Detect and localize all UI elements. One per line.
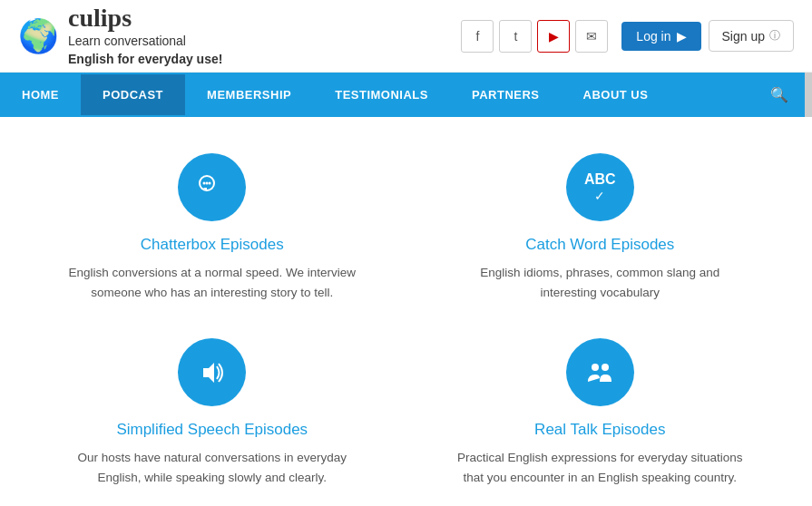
main-nav: HOME PODCAST MEMBERSHIP TESTIMONIALS PAR… bbox=[0, 73, 812, 117]
signup-button[interactable]: Sign up ⓘ bbox=[709, 20, 794, 52]
logo-area: 🌍 culips Learn conversational English fo… bbox=[18, 4, 222, 68]
nav-about-us[interactable]: ABOUT US bbox=[562, 74, 670, 115]
youtube-button[interactable]: ▶ bbox=[537, 20, 570, 53]
catchword-title: Catch Word Episodes bbox=[525, 236, 674, 254]
nav-partners[interactable]: PARTNERS bbox=[450, 74, 562, 115]
simplified-desc: Our hosts have natural conversations in … bbox=[67, 448, 357, 487]
people-icon bbox=[582, 355, 618, 391]
simplified-title: Simplified Speech Episodes bbox=[116, 421, 308, 439]
signup-info-icon: ⓘ bbox=[769, 28, 780, 44]
episodes-grid: Chatterbox Episodes English conversions … bbox=[36, 135, 776, 496]
email-button[interactable]: ✉ bbox=[575, 20, 608, 53]
login-arrow-icon: ▶ bbox=[677, 29, 687, 44]
twitter-button[interactable]: t bbox=[499, 20, 532, 53]
speaker-icon bbox=[194, 355, 230, 391]
simplified-card: Simplified Speech Episodes Our hosts hav… bbox=[36, 320, 388, 496]
main-content: Chatterbox Episodes English conversions … bbox=[0, 117, 812, 506]
chat-icon bbox=[194, 170, 230, 206]
chatterbox-title: Chatterbox Episodes bbox=[141, 236, 284, 254]
svg-point-4 bbox=[205, 181, 208, 184]
logo-text-area: culips Learn conversational English for … bbox=[68, 4, 222, 68]
simplified-icon-circle bbox=[178, 338, 246, 406]
logo-text: culips bbox=[68, 4, 222, 33]
svg-point-10 bbox=[592, 364, 599, 371]
svg-point-3 bbox=[202, 181, 205, 184]
login-button[interactable]: Log in ▶ bbox=[621, 22, 700, 51]
abc-icon: ABC ✓ bbox=[584, 172, 616, 203]
svg-point-11 bbox=[602, 364, 609, 371]
search-icon[interactable]: 🔍 bbox=[754, 73, 805, 117]
social-buttons: f t ▶ ✉ bbox=[461, 20, 608, 53]
nav-home[interactable]: HOME bbox=[0, 74, 81, 115]
globe-icon: 🌍 bbox=[18, 17, 59, 55]
nav-testimonials[interactable]: TESTIMONIALS bbox=[313, 74, 450, 115]
svg-point-9 bbox=[582, 355, 617, 390]
chatterbox-card: Chatterbox Episodes English conversions … bbox=[36, 135, 388, 311]
tagline: Learn conversational English for everyda… bbox=[68, 33, 222, 68]
nav-membership[interactable]: MEMBERSHIP bbox=[185, 74, 313, 115]
realtalk-title: Real Talk Episodes bbox=[534, 421, 665, 439]
header-right: Log in ▶ Sign up ⓘ bbox=[621, 20, 794, 52]
chatterbox-desc: English conversions at a normal speed. W… bbox=[67, 263, 357, 302]
svg-point-5 bbox=[208, 181, 210, 184]
realtalk-desc: Practical English expressions for everyd… bbox=[455, 448, 745, 487]
chatterbox-icon-circle bbox=[178, 153, 246, 221]
header: 🌍 culips Learn conversational English fo… bbox=[0, 0, 812, 73]
realtalk-icon-circle bbox=[566, 338, 634, 406]
nav-podcast[interactable]: PODCAST bbox=[81, 74, 185, 115]
facebook-button[interactable]: f bbox=[461, 20, 494, 53]
scrollbar bbox=[805, 73, 812, 117]
realtalk-card: Real Talk Episodes Practical English exp… bbox=[425, 320, 777, 496]
catchword-desc: English idioms, phrases, common slang an… bbox=[455, 263, 745, 302]
catchword-icon-circle: ABC ✓ bbox=[566, 153, 634, 221]
catchword-card: ABC ✓ Catch Word Episodes English idioms… bbox=[425, 135, 777, 311]
